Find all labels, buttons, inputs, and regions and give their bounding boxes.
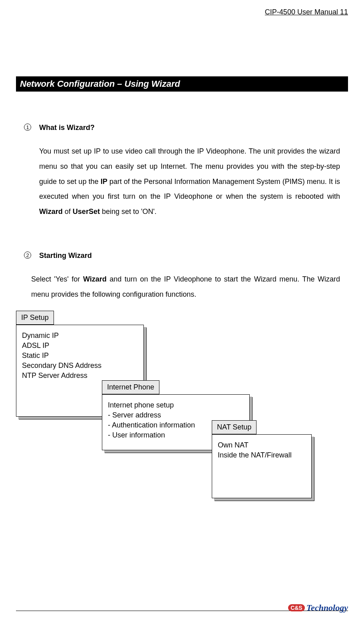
logo-badge-icon: C&S (288, 604, 305, 611)
list-item: ADSL IP (22, 341, 139, 351)
body-bold: UserSet (73, 208, 100, 216)
logo: C&S Technology (288, 603, 348, 613)
list-item: - Server address (108, 410, 245, 420)
body-bold: Wizard (83, 275, 107, 283)
page-number: 11 (340, 8, 348, 16)
item-heading-text: Starting Wizard (39, 252, 92, 260)
body-text: of (63, 208, 73, 216)
item-marker-icon: 2 (24, 252, 31, 259)
item-heading: 1 What is Wizard? (24, 124, 340, 132)
doc-title: CIP-4500 User Manual (265, 8, 338, 16)
logo-text: Technology (306, 603, 348, 613)
body-bold: Wizard (39, 208, 63, 216)
list-item: Static IP (22, 351, 139, 361)
page-footer: C&S Technology (16, 611, 348, 611)
list-item: Own NAT (218, 440, 307, 450)
item-starting-wizard: 2 Starting Wizard Select 'Yes' for Wizar… (16, 252, 348, 302)
item-heading-text: What is Wizard? (39, 124, 95, 132)
item-what-is-wizard: 1 What is Wizard? You must set up IP to … (16, 124, 348, 220)
box-nat-setup: NAT Setup Own NAT Inside the NAT/Firewal… (212, 434, 312, 498)
list-item: NTP Server Address (22, 371, 139, 381)
box-content: Own NAT Inside the NAT/Firewall (212, 435, 311, 464)
list-item: Dynamic IP (22, 331, 139, 341)
body-bold: IP (101, 178, 107, 186)
body-text: Select 'Yes' for (31, 275, 83, 283)
body-text: being set to 'ON'. (100, 208, 157, 216)
item-heading: 2 Starting Wizard (24, 252, 340, 260)
wizard-diagram: IP Setup Dynamic IP ADSL IP Static IP Se… (16, 310, 348, 526)
item-body: You must set up IP to use video call thr… (24, 144, 340, 220)
tab-label: IP Setup (16, 311, 54, 325)
box-content: Dynamic IP ADSL IP Static IP Secondary D… (16, 325, 143, 385)
list-item: Inside the NAT/Firewall (218, 450, 307, 460)
section-title: Network Configuration – Using Wizard (16, 76, 348, 92)
item-body: Select 'Yes' for Wizard and turn on the … (24, 272, 340, 302)
tab-label: Internet Phone (102, 380, 159, 394)
page-header: CIP-4500 User Manual 11 (16, 8, 348, 16)
list-item: Secondary DNS Address (22, 361, 139, 371)
tab-label: NAT Setup (212, 420, 257, 434)
item-marker-icon: 1 (24, 124, 31, 131)
list-item: Internet phone setup (108, 400, 245, 410)
